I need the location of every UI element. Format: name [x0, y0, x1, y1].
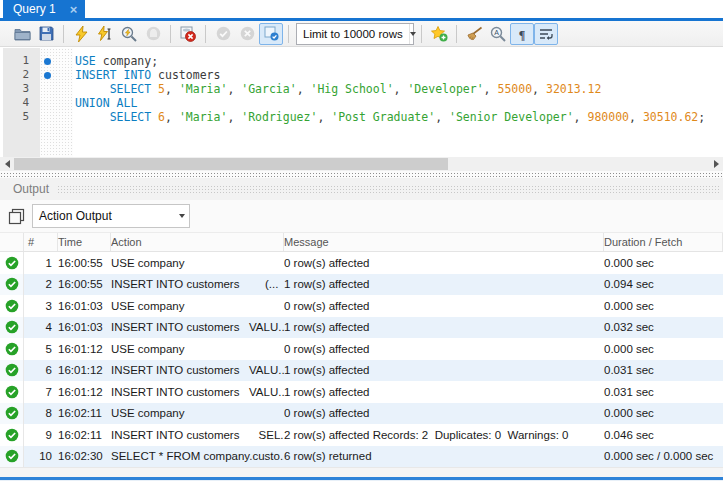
wrap-text-icon[interactable]: [534, 23, 558, 45]
column-header-action: Action: [111, 233, 284, 251]
save-snippet-icon[interactable]: [427, 23, 451, 45]
table-row[interactable]: 8 16:02:11 USE company 0 row(s) affected…: [0, 403, 723, 425]
row-index-cell: 10: [24, 450, 58, 462]
row-action-cell: USE company: [111, 257, 284, 269]
code-area[interactable]: 1 USE company; 2 INSERT INTO customers 3…: [0, 54, 723, 124]
tab-bar: Query 1 ×: [0, 0, 723, 20]
column-header-message: Message: [284, 233, 604, 251]
row-index-cell: 8: [24, 407, 58, 419]
column-header-duration: Duration / Fetch: [604, 233, 723, 251]
success-check-icon: [5, 277, 19, 291]
editor-line[interactable]: 5 SELECT 6, 'Maria', 'Rodriguez', 'Post …: [0, 110, 723, 124]
query-tab-label: Query 1: [13, 2, 56, 16]
find-icon[interactable]: A: [486, 23, 510, 45]
line-number: 4: [3, 96, 34, 110]
save-icon[interactable]: [34, 23, 58, 45]
editor-line[interactable]: 3 SELECT 5, 'Maria', 'Garcia', 'Hig Scho…: [0, 82, 723, 96]
scroll-right-icon[interactable]: [709, 157, 723, 171]
row-message-cell: 0 row(s) affected: [284, 343, 604, 355]
table-row[interactable]: 7 16:01:12 INSERT INTO customers VALU...…: [0, 381, 723, 403]
query-toolbar: Limit to 10000 rows A ¶: [0, 21, 723, 47]
execute-script-icon[interactable]: [69, 23, 93, 45]
line-text: UNION ALL: [75, 96, 137, 110]
row-duration-cell: 0.000 sec: [604, 343, 723, 355]
action-output-grid: # Time Action Message Duration / Fetch 1…: [0, 232, 723, 481]
row-status-cell: [0, 381, 24, 403]
output-view-dropdown[interactable]: Action Output: [32, 204, 190, 228]
panel-splitter[interactable]: [0, 171, 723, 178]
limit-rows-dropdown[interactable]: Limit to 10000 rows: [296, 23, 414, 45]
success-check-icon: [5, 363, 19, 377]
row-duration-cell: 0.000 sec / 0.000 sec: [604, 450, 723, 462]
row-duration-cell: 0.000 sec: [604, 257, 723, 269]
query-tab[interactable]: Query 1 ×: [3, 0, 85, 18]
row-message-cell: 1 row(s) affected: [284, 386, 604, 398]
table-row[interactable]: 4 16:01:03 INSERT INTO customers VALU...…: [0, 317, 723, 339]
row-action-cell: INSERT INTO customers (...: [111, 278, 284, 290]
editor-line[interactable]: 2 INSERT INTO customers: [0, 68, 723, 82]
table-row[interactable]: 5 16:01:12 USE company 0 row(s) affected…: [0, 338, 723, 360]
stop-icon: [141, 23, 165, 45]
row-index-cell: 2: [24, 278, 58, 290]
column-header-index: #: [24, 233, 58, 251]
line-text: USE company;: [75, 54, 158, 68]
statement-marker-icon: [44, 72, 51, 79]
column-header-time: Time: [58, 233, 111, 251]
sql-editor[interactable]: 1 USE company; 2 INSERT INTO customers 3…: [0, 48, 723, 157]
output-view-icon: [8, 208, 25, 225]
row-message-cell: 0 row(s) affected: [284, 257, 604, 269]
row-index-cell: 9: [24, 429, 58, 441]
show-invisibles-icon[interactable]: ¶: [510, 23, 534, 45]
row-index-cell: 4: [24, 321, 58, 333]
tab-close-icon[interactable]: ×: [70, 3, 78, 16]
row-action-cell: USE company: [111, 343, 284, 355]
execute-statement-icon[interactable]: [93, 23, 117, 45]
explain-icon[interactable]: [117, 23, 141, 45]
row-index-cell: 6: [24, 364, 58, 376]
row-action-cell: SELECT * FROM company.custo...: [111, 450, 284, 462]
toolbar-separator: [205, 25, 206, 43]
row-status-cell: [0, 252, 24, 274]
dropdown-arrow-icon[interactable]: [409, 24, 416, 44]
toggle-stop-on-error-icon[interactable]: [176, 23, 200, 45]
success-check-icon: [5, 256, 19, 270]
output-panel: Output Action Output # Time Action Messa…: [0, 178, 723, 481]
row-message-cell: 0 row(s) affected: [284, 300, 604, 312]
line-number: 1: [3, 54, 34, 68]
line-text: INSERT INTO customers: [75, 68, 220, 82]
row-duration-cell: 0.032 sec: [604, 321, 723, 333]
line-text: SELECT 5, 'Maria', 'Garcia', 'Hig School…: [75, 82, 601, 96]
open-file-icon[interactable]: [10, 23, 34, 45]
statement-marker-icon: [44, 58, 51, 65]
table-row[interactable]: 1 16:00:55 USE company 0 row(s) affected…: [0, 252, 723, 274]
table-row[interactable]: 9 16:02:11 INSERT INTO customers SEL... …: [0, 424, 723, 446]
row-duration-cell: 0.031 sec: [604, 386, 723, 398]
row-status-cell: [0, 403, 24, 425]
mysql-workbench-window: Query 1 ×: [0, 0, 723, 481]
row-time-cell: 16:00:55: [58, 257, 111, 269]
row-status-cell: [0, 446, 24, 468]
row-status-cell: [0, 360, 24, 382]
table-row[interactable]: 2 16:00:55 INSERT INTO customers (... 1 …: [0, 274, 723, 296]
dropdown-arrow-icon[interactable]: [174, 205, 189, 227]
scroll-left-icon[interactable]: [0, 157, 14, 171]
scrollbar-thumb[interactable]: [14, 158, 448, 170]
editor-line[interactable]: 4 UNION ALL: [0, 96, 723, 110]
toolbar-separator: [170, 25, 171, 43]
toolbar-separator: [456, 25, 457, 43]
row-message-cell: 1 row(s) affected: [284, 364, 604, 376]
line-text: SELECT 6, 'Maria', 'Rodriguez', 'Post Gr…: [75, 110, 705, 124]
horizontal-scrollbar[interactable]: [0, 157, 723, 171]
row-message-cell: 2 row(s) affected Records: 2 Duplicates:…: [284, 429, 604, 441]
table-row[interactable]: 10 16:02:30 SELECT * FROM company.custo.…: [0, 446, 723, 468]
editor-line[interactable]: 1 USE company;: [0, 54, 723, 68]
table-row[interactable]: 6 16:01:12 INSERT INTO customers VALU...…: [0, 360, 723, 382]
commit-icon: [211, 23, 235, 45]
beautify-icon[interactable]: [462, 23, 486, 45]
table-row[interactable]: 3 16:01:03 USE company 0 row(s) affected…: [0, 295, 723, 317]
toggle-autocommit-icon[interactable]: [259, 23, 283, 45]
success-check-icon: [5, 385, 19, 399]
line-number: 5: [3, 110, 34, 124]
row-time-cell: 16:01:12: [58, 386, 111, 398]
output-view-value: Action Output: [33, 209, 174, 223]
